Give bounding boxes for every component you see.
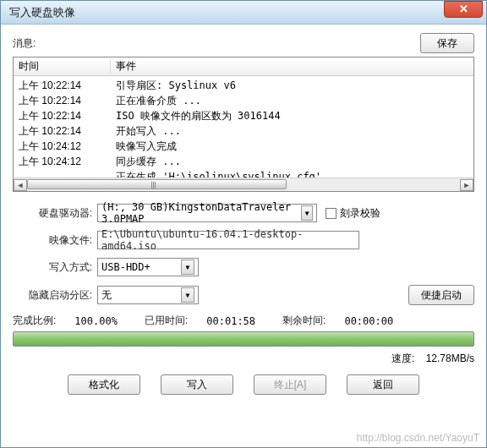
abort-button[interactable]: 终止[A] [254,374,326,395]
write-mode-value: USB-HDD+ [101,261,150,273]
bottom-buttons: 格式化 写入 终止[A] 返回 [13,374,474,395]
write-mode-label: 写入方式: [13,260,97,275]
image-path-value: E:\Ubuntu\ubuntu-16.04.1-desktop-amd64.i… [101,228,355,252]
remain-label: 剩余时间: [282,314,326,328]
progress-bar [13,331,474,347]
chevron-down-icon[interactable]: ▼ [181,260,194,275]
scroll-left-icon[interactable]: ◄ [14,179,27,191]
log-row: 上午 10:22:14开始写入 ... [14,123,473,139]
log-header: 时间 事件 [14,57,473,76]
log-header-time[interactable]: 时间 [14,59,111,74]
scroll-thumb[interactable] [27,179,287,189]
log-row: 上午 10:24:12映像写入完成 [14,139,473,154]
info-label: 消息: [13,36,420,51]
drive-combobox[interactable]: (H:, 30 GB)KingstonDataTraveler 3.0PMAP … [97,204,317,222]
watermark: http://blog.csdn.net/YaoyuT [357,432,479,444]
log-row: 上午 10:22:14正在准备介质 ... [14,93,473,108]
stats-row: 完成比例: 100.00% 已用时间: 00:01:58 剩余时间: 00:00… [13,314,474,328]
close-button[interactable]: ✕ [444,1,483,18]
log-body[interactable]: 上午 10:22:14引导扇区: Syslinux v6 上午 10:22:14… [14,76,473,192]
elapsed-value: 00:01:58 [206,315,255,327]
close-icon: ✕ [459,3,468,15]
hidden-partition-label: 隐藏启动分区: [13,288,97,303]
save-button[interactable]: 保存 [420,33,474,53]
speed-label: 速度: [391,352,414,364]
content-area: 消息: 保存 时间 事件 上午 10:22:14引导扇区: Syslinux v… [1,25,486,395]
elapsed-label: 已用时间: [145,314,188,328]
write-button[interactable]: 写入 [161,374,233,395]
form-area: 硬盘驱动器: (H:, 30 GB)KingstonDataTraveler 3… [13,204,474,395]
chevron-down-icon[interactable]: ▼ [181,287,194,303]
done-value: 100.00% [74,315,118,327]
scroll-track[interactable] [27,179,460,191]
verify-label: 刻录校验 [340,206,380,221]
image-label: 映像文件: [13,233,97,248]
write-mode-combobox[interactable]: USB-HDD+ ▼ [97,258,199,276]
drive-label: 硬盘驱动器: [13,206,97,221]
log-row: 上午 10:22:14引导扇区: Syslinux v6 [14,78,473,93]
hidden-partition-value: 无 [101,288,112,303]
remain-value: 00:00:00 [344,315,393,327]
chevron-down-icon[interactable]: ▼ [301,205,313,221]
hidden-partition-combobox[interactable]: 无 ▼ [97,286,199,304]
titlebar[interactable]: 写入硬盘映像 ✕ [1,1,486,25]
image-path-input[interactable]: E:\Ubuntu\ubuntu-16.04.1-desktop-amd64.i… [97,231,359,249]
log-list: 时间 事件 上午 10:22:14引导扇区: Syslinux v6 上午 10… [13,57,474,192]
drive-value: (H:, 30 GB)KingstonDataTraveler 3.0PMAP [101,201,301,225]
done-label: 完成比例: [13,314,56,328]
verify-checkbox-wrap[interactable]: 刻录校验 [326,206,380,221]
format-button[interactable]: 格式化 [68,374,140,395]
back-button[interactable]: 返回 [347,374,419,395]
speed-value: 12.78MB/s [426,352,474,364]
log-row: 上午 10:22:14ISO 映像文件的扇区数为 3016144 [14,108,473,123]
scroll-right-icon[interactable]: ► [460,179,473,191]
log-header-event[interactable]: 事件 [111,59,473,74]
horizontal-scrollbar[interactable]: ◄ ► [14,178,473,191]
verify-checkbox[interactable] [326,208,337,219]
log-row: 上午 10:24:12同步缓存 ... [14,154,473,169]
speed-row: 速度: 12.78MB/s [13,352,474,366]
dialog-window: 写入硬盘映像 ✕ 消息: 保存 时间 事件 上午 10:22:14引导扇区: S… [0,0,487,448]
window-title: 写入硬盘映像 [9,5,444,20]
quick-boot-button[interactable]: 便捷启动 [408,285,474,305]
